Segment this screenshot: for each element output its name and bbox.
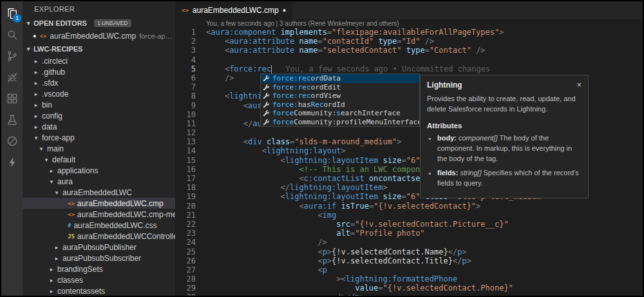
- tree-item-label: applications: [57, 166, 98, 175]
- tree-item-force-app[interactable]: ▾force-app: [23, 132, 175, 143]
- chevron-right-icon: ▸: [48, 288, 55, 294]
- modified-dot-icon[interactable]: ●: [283, 7, 286, 14]
- workspace-label: LWC-RECIPES: [33, 45, 82, 53]
- codelens-authors[interactable]: You, a few seconds ago | 3 authors (René…: [175, 19, 643, 28]
- unsaved-badge: 1 UNSAVED: [94, 19, 131, 27]
- tree-item-auraEmbeddedLWC.css[interactable]: #auraEmbeddedLWC.css: [23, 220, 175, 231]
- workspace-header[interactable]: ▾ LWC-RECIPES: [23, 43, 175, 55]
- code-line-27[interactable]: <p: [206, 265, 643, 274]
- line-number: 6: [175, 73, 196, 82]
- code-token: aura:attribute: [229, 46, 294, 55]
- line-number: 4: [175, 55, 196, 64]
- code-line-4[interactable]: [206, 55, 643, 64]
- lightning-icon[interactable]: [1, 151, 23, 173]
- code-line-5[interactable]: <force:recYou, a few seconds ago • Uncom…: [206, 64, 643, 73]
- tree-item-main[interactable]: ▾main: [23, 143, 175, 154]
- code-line-2[interactable]: <aura:attribute name="contactId" type="I…: [206, 37, 643, 46]
- code-token: />: [225, 73, 234, 82]
- modified-dot-icon[interactable]: ●: [33, 33, 36, 39]
- suggestion-label: force:hasRecordId: [272, 101, 345, 109]
- suggestion-item[interactable]: forceCommunity:profileMenuInterface: [261, 118, 419, 127]
- tree-item-brandingSets[interactable]: ▸brandingSets: [23, 263, 175, 274]
- tree-item-.vscode[interactable]: ▸.vscode: [23, 88, 175, 99]
- tree-item-.circleci[interactable]: ▸.circleci: [23, 55, 175, 66]
- tree-item-applications[interactable]: ▸applications: [23, 165, 175, 176]
- code-token: [206, 110, 262, 119]
- tree-item-data[interactable]: ▸data: [23, 121, 175, 132]
- code-token: [206, 46, 225, 55]
- debug-icon[interactable]: [1, 66, 23, 88]
- code-line-24[interactable]: />: [206, 238, 643, 247]
- tree-item-aura[interactable]: ▾aura: [23, 176, 175, 187]
- circle-slash-icon[interactable]: [1, 130, 23, 151]
- code-line-25[interactable]: <p>{!v.selectedContact.Name}</p>: [206, 247, 643, 256]
- code-token: "Profile photo": [355, 229, 424, 238]
- code-token: <: [281, 156, 285, 165]
- line-number: 5: [175, 64, 196, 73]
- code-token: name: [299, 46, 318, 55]
- code-token: [206, 192, 281, 201]
- search-icon[interactable]: [1, 24, 23, 45]
- line-number: 1: [175, 28, 196, 37]
- code-token: [336, 202, 341, 211]
- explorer-icon[interactable]: 1: [1, 3, 23, 24]
- code-line-26[interactable]: <p>{!v.selectedContact.Title}</p>: [206, 256, 643, 265]
- suggestion-item[interactable]: force:hasRecordId: [261, 101, 419, 110]
- source-control-icon[interactable]: [1, 45, 23, 66]
- suggestion-item[interactable]: force:recordData: [261, 74, 419, 83]
- code-line-21[interactable]: <img: [206, 211, 643, 220]
- code-token: [206, 211, 317, 220]
- code-line-30[interactable]: /></p>: [206, 292, 643, 296]
- tree-item-classes[interactable]: ▸classes: [23, 274, 175, 285]
- suggestion-item[interactable]: forceCommunity:searchInterface: [261, 109, 419, 118]
- code-line-1[interactable]: <aura:component implements="flexipage:av…: [206, 28, 643, 37]
- chevron-right-icon: ▸: [33, 80, 39, 86]
- doc-attributes-heading: Attributes: [427, 120, 582, 131]
- open-editor-item[interactable]: ● <> auraEmbeddedLWC.cmp force-app/mai..…: [23, 30, 175, 43]
- tree-item-auraEmbeddedLWC[interactable]: ▾auraEmbeddedLWC: [23, 187, 175, 198]
- doc-popup: Lightning × Provides the ability to crea…: [420, 75, 589, 198]
- code-line-3[interactable]: <aura:attribute name="selectedContact" t…: [206, 46, 643, 55]
- code-line-23[interactable]: alt="Profile photo": [206, 229, 643, 238]
- code-token: "{!v.selectedContact.Picture__c}": [355, 220, 508, 229]
- open-editors-header[interactable]: ▾ OPEN EDITORS 1 UNSAVED: [23, 17, 175, 30]
- code-token: "{!v.selectedContact}": [374, 202, 476, 211]
- sidebar-title: EXPLORER: [23, 1, 175, 17]
- code-line-28[interactable]: ><lightning:formattedPhone: [206, 274, 643, 283]
- tree-item-.sfdx[interactable]: ▸.sfdx: [23, 77, 175, 88]
- code-token: "Contact": [430, 46, 471, 55]
- code-line-20[interactable]: <aura:if isTrue="{!v.selectedContact}">: [206, 202, 643, 211]
- tree-item-contentassets[interactable]: ▸contentassets: [23, 285, 175, 296]
- tree-item-config[interactable]: ▸config: [23, 110, 175, 121]
- tree-item-bin[interactable]: ▸bin: [23, 99, 175, 110]
- tree-item-label: auraEmbeddedLWCController.js: [77, 232, 175, 241]
- tree-item-auraEmbeddedLWC.cmp-meta.xml[interactable]: <>auraEmbeddedLWC.cmp-meta.xml: [23, 209, 175, 220]
- editor-group: <> auraEmbeddedLWC.cmp ● You, a few seco…: [175, 1, 643, 296]
- code-token: "contactId": [323, 37, 374, 46]
- close-icon[interactable]: ×: [576, 79, 582, 91]
- tree-item-auraEmbeddedLWCController.js[interactable]: JSauraEmbeddedLWCController.js: [23, 231, 175, 242]
- gutter: 1234567891011121314151617181920212223242…: [175, 28, 205, 296]
- tree-item-.github[interactable]: ▸.github: [23, 66, 175, 77]
- tree-item-auraEmbeddedLWC.cmp[interactable]: <>auraEmbeddedLWC.cmp: [23, 198, 175, 209]
- suggestion-item[interactable]: force:recordEdit: [261, 83, 419, 92]
- tab-auraEmbeddedLWC[interactable]: <> auraEmbeddedLWC.cmp ●: [175, 1, 292, 19]
- code-token: [206, 183, 281, 192]
- code-token: alt: [336, 229, 350, 238]
- code-line-22[interactable]: src="{!v.selectedContact.Picture__c}": [206, 220, 643, 229]
- tree-item-auraPubsubPublisher[interactable]: ▸auraPubsubPublisher: [23, 242, 175, 253]
- tree-item-auraPubsubSubscriber[interactable]: ▸auraPubsubSubscriber: [23, 253, 175, 263]
- test-beaker-icon[interactable]: [1, 109, 23, 130]
- line-number: 9: [175, 101, 196, 110]
- code-token: [206, 91, 225, 101]
- code-line-29[interactable]: value="{!v.selectedContact.Phone}": [206, 283, 643, 292]
- suggestion-item[interactable]: force:recordView: [261, 91, 419, 101]
- xml-file-icon: <>: [182, 7, 189, 14]
- tree-item-label: auraEmbeddedLWC.cmp: [77, 199, 164, 208]
- code-token: <: [317, 265, 322, 274]
- code-token: >: [499, 28, 504, 37]
- tree-item-default[interactable]: ▾default: [23, 154, 175, 165]
- extensions-icon[interactable]: [1, 88, 23, 109]
- code-token: >: [397, 137, 401, 146]
- code-token: >: [341, 146, 346, 155]
